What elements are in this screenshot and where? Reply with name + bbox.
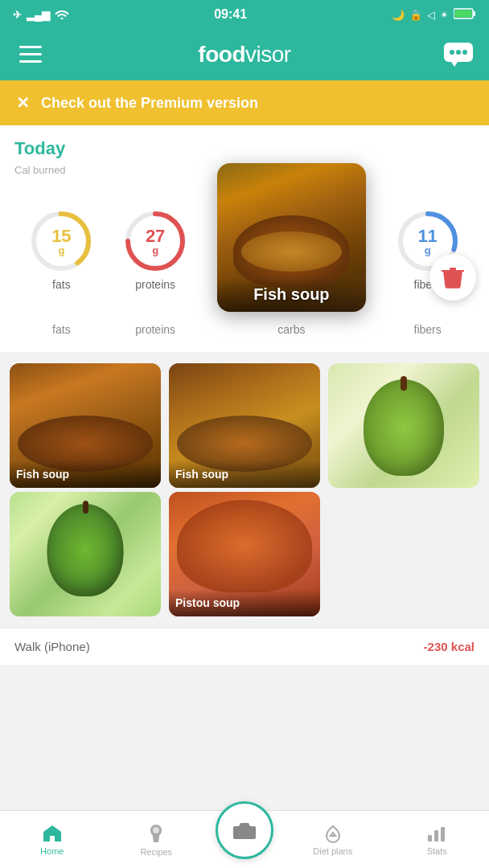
premium-close-button[interactable]: ✕	[16, 93, 30, 113]
fish-2-label: Fish soup	[175, 468, 228, 481]
premium-banner[interactable]: ✕ Check out the Premium version	[0, 80, 489, 125]
svg-point-19	[153, 827, 159, 833]
fats-unit: g	[58, 244, 64, 255]
svg-rect-23	[434, 830, 438, 841]
svg-point-7	[450, 50, 454, 55]
nav-recipes-label: Recipes	[140, 847, 172, 857]
svg-rect-2	[454, 10, 471, 17]
delete-button[interactable]	[429, 254, 476, 301]
logo-thin: visor	[245, 42, 291, 67]
svg-rect-1	[473, 11, 475, 16]
svg-rect-3	[19, 46, 42, 48]
proteins-label: proteins	[135, 278, 175, 291]
status-right: 🌙 🔒 ◁ ✴	[392, 8, 476, 22]
chat-button[interactable]	[442, 39, 475, 71]
nav-home-label: Home	[40, 846, 64, 856]
premium-text: Check out the Premium version	[41, 95, 258, 112]
proteins-value: 27	[146, 227, 165, 244]
lock-icon: 🔒	[409, 9, 422, 21]
camera-button[interactable]	[216, 801, 273, 859]
proteins-circle: 27 g	[123, 209, 187, 273]
macros-row: 15 g fats 27 g pro	[14, 187, 475, 323]
airplane-icon: ✈	[13, 9, 22, 21]
food-card-fish-1[interactable]: Fish soup	[10, 363, 161, 488]
svg-rect-24	[441, 827, 445, 841]
status-time: 09:41	[214, 7, 247, 22]
carbs-label-bottom: carbs	[217, 323, 366, 336]
main-content: Today Cal burned 15 g fats	[0, 125, 489, 729]
fish-1-label: Fish soup	[16, 468, 69, 481]
walk-kcal: -230 kcal	[424, 640, 475, 653]
walk-label: Walk (iPhone)	[14, 640, 90, 653]
bluetooth-icon: ✴	[440, 9, 449, 21]
pistou-label: Pistou soup	[175, 596, 240, 609]
status-bar: ✈ ▂▄▆ 09:41 🌙 🔒 ◁ ✴	[0, 0, 489, 29]
floating-fish-card[interactable]: Fish soup	[217, 163, 366, 312]
bottom-nav: Home Recipes Diet plans	[0, 810, 489, 868]
battery-icon	[454, 8, 476, 22]
bottom-spacer	[0, 665, 489, 729]
nav-camera[interactable]	[208, 816, 281, 864]
floating-card-label: Fish soup	[217, 277, 366, 312]
empty-cell	[328, 492, 479, 616]
svg-point-9	[462, 50, 467, 55]
nav-stats-label: Stats	[427, 846, 447, 856]
walk-section: Walk (iPhone) -230 kcal	[0, 628, 489, 665]
svg-point-21	[243, 829, 247, 833]
food-grid-row2: Pistou soup	[0, 492, 489, 628]
svg-rect-22	[428, 835, 432, 841]
header: foodvisor	[0, 29, 489, 80]
fibers-label-bottom: fibers	[396, 323, 460, 336]
nav-recipes[interactable]: Recipes	[105, 818, 209, 862]
food-card-apple-1[interactable]	[328, 363, 479, 488]
macro-fats: 15 g fats	[29, 209, 93, 291]
food-card-apple-2[interactable]	[10, 492, 161, 616]
food-card-pistou[interactable]: Pistou soup	[169, 492, 320, 616]
fats-value: 15	[51, 227, 71, 244]
menu-button[interactable]	[14, 39, 47, 71]
nav-diet-plans-label: Diet plans	[313, 846, 352, 856]
fats-label: fats	[52, 278, 71, 291]
app-logo: foodvisor	[198, 42, 290, 68]
nav-stats[interactable]: Stats	[385, 819, 490, 861]
svg-rect-4	[19, 53, 42, 55]
today-section: Today Cal burned 15 g fats	[0, 125, 489, 352]
status-left: ✈ ▂▄▆	[13, 8, 69, 22]
fats-label-bottom: fats	[29, 323, 93, 336]
proteins-unit: g	[152, 244, 158, 255]
fibers-value: 11	[417, 227, 437, 244]
location-icon: ◁	[427, 9, 435, 21]
logo-bold: food	[198, 42, 245, 67]
food-card-fish-2[interactable]: Fish soup	[169, 363, 320, 488]
proteins-label-bottom: proteins	[123, 323, 187, 336]
wifi-icon	[55, 8, 69, 22]
food-grid-row1: Fish soup Fish soup	[0, 352, 489, 492]
today-title: Today	[14, 138, 475, 159]
moon-icon: 🌙	[392, 9, 405, 21]
svg-rect-5	[19, 60, 42, 63]
macro-proteins: 27 g proteins	[123, 209, 187, 291]
nav-home[interactable]: Home	[0, 819, 105, 861]
nav-diet-plans[interactable]: Diet plans	[281, 819, 385, 861]
fats-circle: 15 g	[29, 209, 93, 273]
fibers-unit: g	[425, 244, 431, 255]
signal-icon: ▂▄▆	[27, 9, 50, 21]
svg-point-8	[456, 50, 461, 55]
